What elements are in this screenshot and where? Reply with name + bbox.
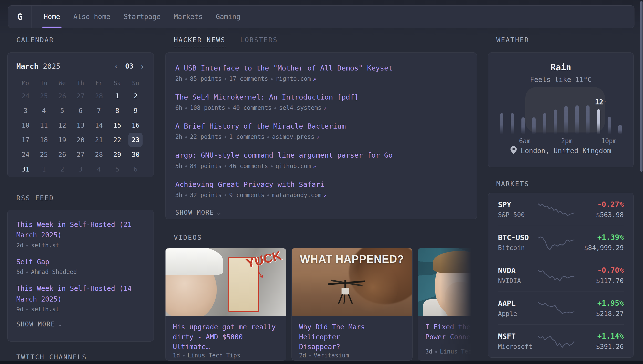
calendar-day[interactable]: 30 [127,147,145,162]
calendar-day[interactable]: 12 [53,118,71,132]
market-row-msft[interactable]: MSFTMicrosoft+1.14%$391.26 [498,325,624,358]
news-item-domain-link[interactable]: github.com [276,163,311,170]
calendar-day[interactable]: 1 [35,162,53,176]
dot-separator [225,194,226,196]
weather-section-title: WEATHER [496,36,529,44]
calendar-day[interactable]: 9 [127,103,145,118]
calendar-day[interactable]: 28 [90,88,108,103]
news-item-title[interactable]: A USB Interface to the "Mother of All De… [175,64,467,73]
news-item-title[interactable]: A Brief History of the Miracle Bacterium [175,122,467,131]
calendar-day[interactable]: 27 [71,147,90,162]
dot-separator [26,272,28,273]
calendar-selected-day: 23 [128,133,143,147]
calendar-day[interactable]: 11 [35,118,53,132]
calendar-day[interactable]: 31 [16,162,35,176]
calendar-day[interactable]: 4 [35,103,53,118]
nav-tab-home[interactable]: Home [44,6,60,28]
video-card[interactable]: DOI Fixed the 5Power Connect3dLinus Tec [418,248,477,360]
calendar-day[interactable]: 14 [90,118,108,132]
calendar-day[interactable]: 6 [71,103,90,118]
nav-tab-gaming[interactable]: Gaming [216,6,240,28]
active-tab-underline [42,26,62,28]
calendar-day[interactable]: 26 [53,88,71,103]
calendar-day[interactable]: 26 [53,147,71,162]
weather-card: Rain Feels like 11°C 12°6am2pm10pm Londo… [488,52,634,167]
calendar-day[interactable]: 23 [127,132,145,147]
video-card-body: I Fixed the 5Power Connect3dLinus Tec [418,316,477,360]
rss-item-title[interactable]: Self Gap [16,257,145,267]
news-item-points: 85 points [190,76,222,82]
calendar-prev-icon[interactable]: ‹ [114,62,119,70]
market-sparkline [538,333,574,349]
video-title[interactable]: Why Did The Mars HelicopterDisappear? [299,322,405,352]
rss-item-title[interactable]: This Week in Self-Hosted (14 March 2025) [16,283,145,304]
dot-separator [185,107,187,109]
nav-tab-also-home[interactable]: Also home [73,6,110,28]
calendar-day[interactable]: 5 [53,103,71,118]
nav-tabs: HomeAlso homeStartpageMarketsGaming [32,6,240,28]
rss-item-title[interactable]: This Week in Self-Hosted (21 March 2025) [16,219,145,240]
video-card[interactable]: YUCK➘His upgrade got me reallydirty - AM… [165,248,286,360]
page-scrollbar-thumb[interactable] [640,1,642,172]
weather-x-label: 10pm [601,137,617,145]
rss-item-age: 9d [16,306,24,313]
show-more-label: SHOW MORE [175,209,214,216]
calendar-day[interactable]: 6 [127,162,145,176]
calendar-day[interactable]: 24 [16,147,35,162]
market-row-spy[interactable]: SPYS&P 500-0.27%$563.98 [498,193,624,226]
news-tab-lobsters[interactable]: LOBSTERS [240,36,278,44]
market-row-btc-usd[interactable]: BTC-USDBitcoin+1.39%$84,999.29 [498,226,624,259]
calendar-day[interactable]: 13 [71,118,90,132]
calendar-day[interactable]: 20 [71,132,90,147]
rss-feed-card: This Week in Self-Hosted (21 March 2025)… [7,210,154,342]
calendar-day[interactable]: 16 [127,118,145,132]
news-item-domain-link[interactable]: matanabudy.com [272,192,321,198]
dot-separator [26,245,28,246]
video-meta: 1dLinus Tech Tips [173,352,279,359]
news-show-more-button[interactable]: SHOW MORE⌄ [175,209,467,216]
news-item-title[interactable]: The SeL4 Microkernel: An Introduction [p… [175,92,467,102]
calendar-day[interactable]: 22 [108,132,127,147]
nav-tab-startpage[interactable]: Startpage [124,6,161,28]
calendar-weekday-header: Mo [16,78,35,88]
calendar-day[interactable]: 4 [90,162,108,176]
rss-show-more-button[interactable]: SHOW MORE⌄ [16,320,145,328]
news-tab-hacker-news[interactable]: HACKER NEWS [174,36,226,47]
calendar-day[interactable]: 24 [16,88,35,103]
video-card[interactable]: WHAT HAPPENED?Why Did The Mars Helicopte… [291,248,413,360]
calendar-day[interactable]: 7 [90,103,108,118]
calendar-day[interactable]: 10 [16,118,35,132]
calendar-day[interactable]: 29 [108,147,127,162]
market-row-nvda[interactable]: NVDANVIDIA-0.70%$117.70 [498,259,624,292]
market-symbol: AAPL [498,299,535,308]
calendar-day[interactable]: 2 [53,162,71,176]
calendar-day[interactable]: 8 [108,103,127,118]
video-age: 3d [425,348,432,355]
nav-tab-markets[interactable]: Markets [174,6,203,28]
calendar-day[interactable]: 28 [90,147,108,162]
calendar-day[interactable]: 5 [108,162,127,176]
news-item-domain-link[interactable]: sel4.systems [279,104,321,111]
calendar-day[interactable]: 3 [71,162,90,176]
video-title[interactable]: I Fixed the 5Power Connect [425,322,477,342]
calendar-day[interactable]: 3 [16,103,35,118]
calendar-day[interactable]: 19 [53,132,71,147]
news-item-title[interactable]: Achieving Great Privacy with Safari [175,180,467,189]
calendar-day[interactable]: 2 [127,88,145,103]
news-item-title[interactable]: argp: GNU-style command line argument pa… [175,150,467,160]
calendar-day[interactable]: 21 [90,132,108,147]
news-item-domain-link[interactable]: righto.com [276,76,311,82]
news-item-comments: 17 comments [229,76,268,82]
calendar-next-icon[interactable]: › [140,62,145,70]
video-title[interactable]: His upgrade got me reallydirty - AMD $50… [173,322,279,352]
calendar-day[interactable]: 1 [108,88,127,103]
calendar-day[interactable]: 25 [35,88,53,103]
app-logo[interactable]: G [8,6,32,28]
calendar-day[interactable]: 25 [35,147,53,162]
calendar-day[interactable]: 17 [16,132,35,147]
calendar-day[interactable]: 27 [71,88,90,103]
calendar-day[interactable]: 18 [35,132,53,147]
market-row-aapl[interactable]: AAPLApple+1.95%$218.27 [498,292,624,325]
calendar-day[interactable]: 15 [108,118,127,132]
news-item-domain-link[interactable]: asimov.press [272,134,314,140]
